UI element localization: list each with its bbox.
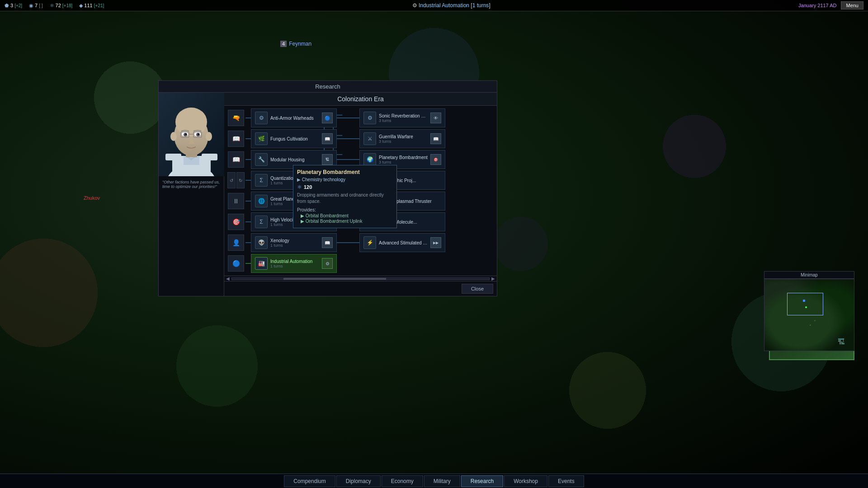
tech-sonic[interactable]: ⚙ Sonic Reverberation Experimentation 3 … — [359, 108, 445, 127]
tech-name-fungus: Fungus Cultivation — [270, 136, 319, 141]
tech-action-xenology[interactable]: 📖 — [322, 237, 333, 248]
stat-population: ⬟ 3 [+2] — [5, 3, 22, 9]
tech-action-advanced-emission[interactable]: ▶▶ — [430, 237, 441, 248]
row2-left-icon: 📖 — [228, 131, 244, 147]
tech-info-guerrilla: Guerrilla Warfare 3 turns — [379, 134, 428, 144]
row4-icon-a: ↺ — [227, 172, 236, 188]
tech-info-xenology: Xenology 1 turns — [270, 238, 319, 248]
stat-gold: ◆ 111 [+21] — [79, 3, 104, 9]
left-slot-5: ⏸ — [226, 193, 245, 209]
tech-action-planetary-bomb[interactable]: 🎯 — [430, 154, 441, 165]
svg-rect-4 — [202, 154, 217, 160]
scroll-left-arrow[interactable]: ◀ — [226, 276, 230, 281]
tech-icon-planetary-survey: 🌐 — [255, 195, 268, 207]
leader-panel: "Other factions have passed us, time to … — [159, 93, 224, 296]
tooltip-provide-1: ▶ Orbital Bombardment — [297, 213, 393, 218]
tech-action-fungus[interactable]: 📖 — [322, 133, 333, 144]
nav-diplomacy[interactable]: Diplomacy — [336, 475, 381, 487]
tech-name-sonic: Sonic Reverberation Experimentation — [379, 113, 428, 118]
tech-action-industrial-automation[interactable]: ⚙ — [322, 258, 333, 269]
scroll-bar[interactable]: ◀ ▶ — [224, 276, 497, 281]
tech-xenology[interactable]: 👽 Xenology 1 turns 📖 — [251, 233, 337, 252]
nav-events[interactable]: Events — [548, 475, 584, 487]
left-slot-7: 👤 — [226, 235, 245, 251]
tooltip-requirement: ▶ Chemistry technology — [297, 177, 393, 182]
connector-h8 — [245, 263, 251, 264]
tech-info-fungus: Fungus Cultivation — [270, 136, 319, 141]
minimap-terrain-dot-1 — [814, 320, 816, 321]
scroll-track[interactable] — [231, 277, 490, 280]
top-hud: ⬟ 3 [+2] ◉ 7 [ ] ⚛ 72 [+18] ◆ 111 [+21] … — [0, 0, 868, 11]
left-slot-1: 🔫 — [226, 110, 245, 126]
nav-workshop[interactable]: Workshop — [504, 475, 547, 487]
tech-industrial-automation[interactable]: 🏭 Industrial Automation 1 turns ⚙ — [251, 254, 337, 273]
close-button-area: Close — [224, 281, 497, 296]
tech-icon-anti-armor: ⚙ — [255, 112, 268, 124]
row7-left-icon: 👤 — [228, 235, 244, 251]
connector-h1b — [337, 117, 359, 118]
minimap-title: Minimap — [764, 271, 854, 279]
connector-h5 — [245, 201, 251, 202]
tech-turns-guerrilla: 3 turns — [379, 139, 428, 144]
menu-button[interactable]: Menu — [841, 1, 863, 9]
tech-info-industrial-automation: Industrial Automation 1 turns — [270, 259, 319, 268]
tech-action-sonic[interactable]: 👁 — [430, 113, 441, 123]
hud-current-research: ⚙ Industrial Automation [1 turns] — [412, 2, 491, 9]
svg-point-21 — [206, 132, 212, 141]
tech-icon-fungus: 🌿 — [255, 132, 268, 145]
tech-guerrilla[interactable]: ⚔ Guerrilla Warfare 3 turns 📖 — [359, 129, 445, 148]
svg-point-20 — [170, 132, 177, 141]
row8-left-icon: 🔵 — [228, 255, 244, 272]
tech-icon-xenology: 👽 — [255, 236, 268, 249]
scroll-right-arrow[interactable]: ▶ — [491, 276, 495, 281]
tech-turns-industrial-automation: 1 turns — [270, 264, 319, 268]
cost-icon: ⚛ — [297, 184, 302, 190]
tooltip-cost-row: ⚛ 120 — [297, 184, 393, 190]
nav-economy[interactable]: Economy — [382, 475, 423, 487]
tech-fungus[interactable]: 🌿 Fungus Cultivation 📖 — [251, 129, 337, 148]
tech-action-guerrilla[interactable]: 📖 — [430, 133, 441, 144]
tech-name-guerrilla: Guerrilla Warfare — [379, 134, 428, 139]
connector-h3 — [245, 159, 251, 160]
row1-left-icon: 🔫 — [228, 110, 244, 126]
tech-name-modular: Modular Housing — [270, 157, 319, 162]
hud-right: January 2117 AD Menu — [798, 1, 863, 9]
row4-icon-b: ↻ — [236, 172, 245, 188]
connector-h7b — [337, 242, 359, 243]
city-label: 4 Feynman — [280, 41, 311, 47]
bottom-nav: Compendium Diplomacy Economy Military Re… — [0, 474, 868, 488]
tech-info-planetary-bomb: Planetary Bombardment 3 turns — [379, 155, 428, 164]
leader-quote: "Other factions have passed us, time to … — [159, 176, 224, 296]
svg-point-10 — [175, 108, 207, 136]
svg-point-16 — [198, 133, 199, 135]
minimap-canvas[interactable]: 🏗 — [764, 279, 854, 351]
nav-research[interactable]: Research — [461, 475, 503, 487]
tech-tooltip: Planetary Bombardment ▶ Chemistry techno… — [293, 165, 397, 228]
minimap-area: Minimap 🏗 — [764, 271, 854, 351]
tech-icon-guerrilla: ⚔ — [363, 132, 376, 145]
tooltip-cost-value: 120 — [304, 184, 312, 190]
minimap-terrain-dot-2 — [810, 324, 811, 326]
tech-advanced-emission[interactable]: ⚡ Advanced Stimulated Emission ▶▶ — [359, 233, 445, 252]
tree-row-2: 📖 🌿 Fungus Cultivation 📖 ⚔ — [226, 129, 495, 149]
tech-icon-quantization: Σ — [255, 174, 268, 187]
gold-icon: ◆ — [79, 3, 83, 9]
tech-action-anti-armor[interactable]: 🔵 — [322, 113, 333, 123]
nav-compendium[interactable]: Compendium — [284, 475, 335, 487]
nav-military[interactable]: Military — [424, 475, 460, 487]
row4-left-icons: ↺ ↻ — [227, 172, 245, 188]
tree-row-7: 👤 👽 Xenology 1 turns 📖 — [226, 233, 495, 253]
connector-h3b — [337, 159, 359, 160]
tech-anti-armor[interactable]: ⚙ Anti-Armor Warheads 🔵 — [251, 108, 337, 127]
tech-info-anti-armor: Anti-Armor Warheads — [270, 116, 319, 121]
city-name: Feynman — [289, 41, 311, 47]
tech-name-xenology: Xenology — [270, 238, 319, 243]
science-icon: ⚛ — [50, 3, 54, 9]
tech-icon-industrial-automation: 🏭 — [255, 257, 268, 270]
close-button[interactable]: Close — [462, 284, 493, 294]
connector-h7 — [245, 242, 251, 243]
tech-action-modular[interactable]: 🏗 — [322, 154, 333, 165]
connector-h6 — [245, 221, 251, 222]
tech-info-modular: Modular Housing — [270, 157, 319, 162]
tech-name-advanced-emission: Advanced Stimulated Emission — [379, 240, 428, 245]
